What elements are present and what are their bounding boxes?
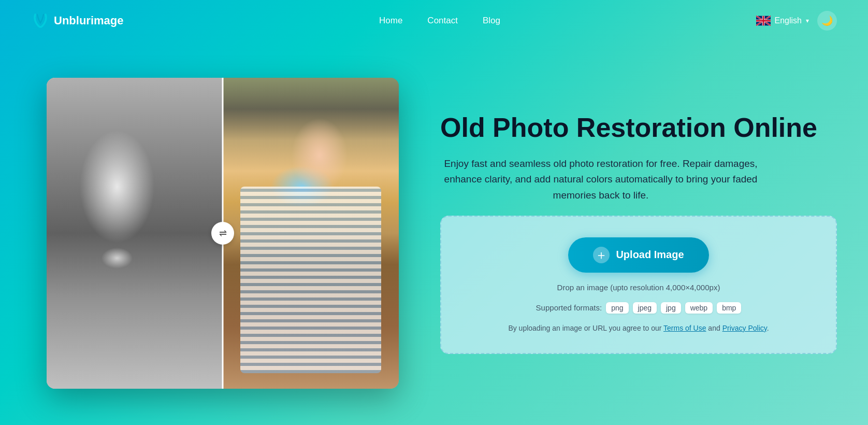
upload-button-label: Upload Image bbox=[616, 249, 684, 261]
header-right: English ▾ 🌙 bbox=[756, 11, 837, 31]
main-content: ⇌ Old Photo Restoration Online Enjoy fas… bbox=[0, 41, 868, 425]
logo-text: Unblurimage bbox=[54, 14, 123, 27]
header: Unblurimage Home Contact Blog English ▾ … bbox=[0, 0, 868, 41]
chevron-down-icon: ▾ bbox=[806, 17, 809, 24]
formats-label: Supported formats: bbox=[536, 303, 602, 312]
logo-icon bbox=[31, 11, 50, 30]
image-comparison: ⇌ bbox=[47, 78, 399, 389]
toggle-icon: ⇌ bbox=[219, 228, 227, 239]
after-image bbox=[223, 78, 399, 389]
hero-subtitle: Enjoy fast and seamless old photo restor… bbox=[440, 156, 761, 203]
formats-row: Supported formats: png jpeg jpg webp bmp bbox=[536, 302, 742, 314]
logo[interactable]: Unblurimage bbox=[31, 11, 123, 30]
format-jpeg: jpeg bbox=[633, 302, 657, 314]
color-photo bbox=[223, 78, 399, 389]
upload-button[interactable]: ＋ Upload Image bbox=[568, 237, 708, 273]
terms-link[interactable]: Terms of Use bbox=[663, 324, 706, 332]
grayscale-photo bbox=[47, 78, 223, 389]
upload-box: ＋ Upload Image Drop an image (upto resol… bbox=[440, 216, 837, 354]
nav-home[interactable]: Home bbox=[379, 16, 402, 26]
format-bmp: bmp bbox=[717, 302, 741, 314]
format-png: png bbox=[606, 302, 628, 314]
language-label: English bbox=[775, 16, 802, 25]
privacy-link[interactable]: Privacy Policy bbox=[722, 324, 767, 332]
drop-text: Drop an image (upto resolution 4,000×4,0… bbox=[557, 283, 720, 292]
format-webp: webp bbox=[685, 302, 713, 314]
language-selector[interactable]: English ▾ bbox=[756, 16, 809, 26]
comparison-toggle-button[interactable]: ⇌ bbox=[211, 222, 234, 245]
nav-contact[interactable]: Contact bbox=[427, 16, 458, 26]
right-panel: Old Photo Restoration Online Enjoy fast … bbox=[440, 112, 837, 354]
plus-icon: ＋ bbox=[593, 247, 610, 263]
flag-icon bbox=[756, 16, 771, 26]
hero-title: Old Photo Restoration Online bbox=[440, 112, 837, 144]
dark-mode-button[interactable]: 🌙 bbox=[817, 11, 837, 31]
nav-blog[interactable]: Blog bbox=[483, 16, 500, 26]
main-nav: Home Contact Blog bbox=[379, 16, 500, 26]
format-jpg: jpg bbox=[661, 302, 681, 314]
terms-text: By uploading an image or URL you agree t… bbox=[508, 324, 769, 332]
before-image bbox=[47, 78, 223, 389]
moon-icon: 🌙 bbox=[821, 15, 833, 26]
